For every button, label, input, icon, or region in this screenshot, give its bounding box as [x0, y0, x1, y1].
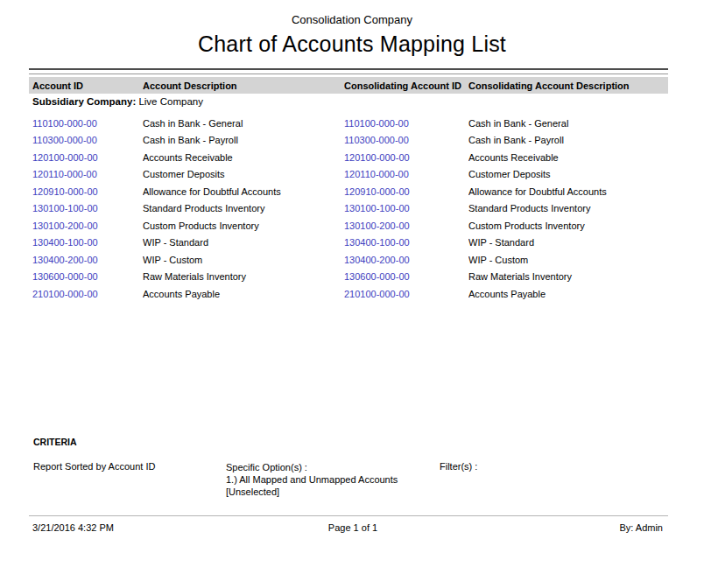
table-row: 130100-200-00 Custom Products Inventory … [29, 217, 668, 234]
account-description: WIP - Custom [143, 255, 344, 265]
consolidating-account-id-link[interactable]: 110300-000-00 [344, 135, 468, 145]
consolidating-account-id-link[interactable]: 130100-100-00 [344, 203, 468, 214]
account-description: Customer Deposits [143, 169, 344, 179]
consolidating-account-description: WIP - Standard [468, 237, 668, 248]
account-description: Cash in Bank - Payroll [143, 135, 344, 145]
column-header-account-id: Account ID [32, 80, 143, 91]
consolidating-account-description: Cash in Bank - Payroll [468, 135, 668, 145]
table-header: Account ID Account Description Consolida… [29, 77, 668, 94]
account-description: Raw Materials Inventory [143, 271, 344, 282]
account-id-link[interactable]: 210100-000-00 [32, 289, 143, 299]
account-id-link[interactable]: 130400-100-00 [32, 237, 143, 248]
criteria-heading: CRITERIA [33, 437, 77, 447]
table-body: 110100-000-00 Cash in Bank - General 110… [29, 115, 668, 303]
account-id-link[interactable]: 110300-000-00 [32, 135, 143, 145]
account-id-link[interactable]: 120100-000-00 [32, 152, 143, 163]
table-row: 130400-200-00 WIP - Custom 130400-200-00… [29, 251, 668, 269]
consolidating-account-id-link[interactable]: 130600-000-00 [344, 271, 468, 282]
report-title: Chart of Accounts Mapping List [0, 32, 704, 57]
title-divider [29, 68, 668, 74]
table-row: 110100-000-00 Cash in Bank - General 110… [29, 115, 668, 132]
consolidating-account-id-link[interactable]: 130400-100-00 [344, 237, 468, 248]
criteria-filters-label: Filter(s) : [440, 461, 477, 472]
consolidating-account-description: Accounts Payable [468, 289, 668, 299]
consolidating-account-id-link[interactable]: 120910-000-00 [344, 186, 468, 197]
account-description: Custom Products Inventory [143, 220, 344, 231]
account-id-link[interactable]: 130400-200-00 [32, 255, 143, 265]
table-row: 130100-100-00 Standard Products Inventor… [29, 200, 668, 218]
consolidating-account-id-link[interactable]: 130400-200-00 [344, 255, 468, 265]
criteria-specific-options: Specific Option(s) : 1.) All Mapped and … [226, 461, 398, 498]
footer-divider [29, 515, 668, 516]
consolidating-account-description: Custom Products Inventory [468, 220, 668, 231]
consolidating-account-description: Raw Materials Inventory [468, 271, 668, 282]
consolidating-account-id-link[interactable]: 130100-200-00 [344, 220, 468, 231]
account-description: Accounts Payable [143, 289, 344, 299]
subsidiary-company-row: Subsidiary Company: Live Company [32, 96, 203, 107]
report-page: Consolidation Company Chart of Accounts … [0, 0, 704, 588]
consolidating-account-id-link[interactable]: 120110-000-00 [344, 169, 468, 179]
footer-page-number: Page 1 of 1 [29, 522, 677, 533]
account-description: WIP - Standard [143, 237, 344, 248]
consolidating-account-id-link[interactable]: 210100-000-00 [344, 289, 468, 299]
account-id-link[interactable]: 130100-200-00 [32, 220, 143, 231]
account-description: Standard Products Inventory [143, 203, 344, 214]
consolidating-account-description: WIP - Custom [468, 255, 668, 265]
table-row: 130400-100-00 WIP - Standard 130400-100-… [29, 234, 668, 252]
account-id-link[interactable]: 110100-000-00 [32, 118, 143, 129]
account-description: Allowance for Doubtful Accounts [143, 186, 344, 197]
column-header-account-description: Account Description [143, 80, 344, 91]
column-header-consolidating-account-description: Consolidating Account Description [468, 80, 668, 91]
table-row: 120100-000-00 Accounts Receivable 120100… [29, 149, 668, 166]
consolidating-account-description: Cash in Bank - General [468, 118, 668, 129]
subsidiary-company-value: Live Company [136, 96, 203, 107]
account-id-link[interactable]: 130100-100-00 [32, 203, 143, 214]
subsidiary-company-label: Subsidiary Company: [32, 96, 136, 107]
table-row: 120910-000-00 Allowance for Doubtful Acc… [29, 183, 668, 200]
consolidating-account-id-link[interactable]: 120100-000-00 [344, 152, 468, 163]
account-id-link[interactable]: 120910-000-00 [32, 186, 143, 197]
specific-option-1: 1.) All Mapped and Unmapped Accounts [226, 473, 398, 486]
consolidating-account-description: Customer Deposits [468, 169, 668, 179]
consolidating-account-description: Allowance for Doubtful Accounts [468, 186, 668, 197]
account-id-link[interactable]: 120110-000-00 [32, 169, 143, 179]
table-row: 120110-000-00 Customer Deposits 120110-0… [29, 166, 668, 184]
specific-option-2: [Unselected] [226, 486, 398, 498]
footer-user: By: Admin [619, 522, 663, 533]
table-row: 210100-000-00 Accounts Payable 210100-00… [29, 285, 668, 303]
consolidating-account-description: Accounts Receivable [468, 152, 668, 163]
company-name: Consolidation Company [0, 13, 704, 26]
consolidating-account-id-link[interactable]: 110100-000-00 [344, 118, 468, 129]
table-row: 130600-000-00 Raw Materials Inventory 13… [29, 269, 668, 286]
column-header-consolidating-account-id: Consolidating Account ID [344, 80, 468, 91]
account-description: Cash in Bank - General [143, 118, 344, 129]
account-description: Accounts Receivable [143, 152, 344, 163]
account-id-link[interactable]: 130600-000-00 [32, 271, 143, 282]
consolidating-account-description: Standard Products Inventory [468, 203, 668, 214]
criteria-sorted-by: Report Sorted by Account ID [33, 461, 155, 472]
table-row: 110300-000-00 Cash in Bank - Payroll 110… [29, 132, 668, 150]
specific-options-label: Specific Option(s) : [226, 461, 398, 473]
